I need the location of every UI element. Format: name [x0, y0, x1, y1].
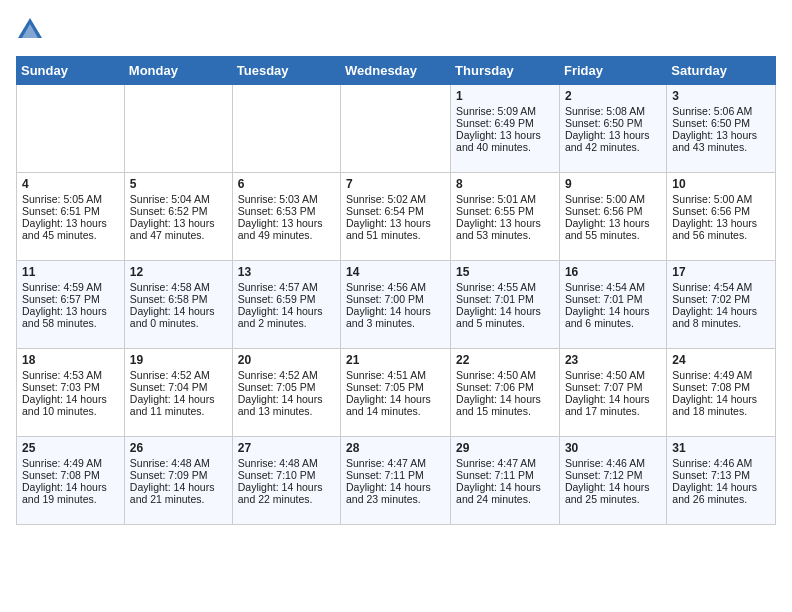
day-number: 4	[22, 177, 119, 191]
sunset-text: Sunset: 6:49 PM	[456, 117, 554, 129]
daylight-text: Daylight: 13 hours and 58 minutes.	[22, 305, 119, 329]
daylight-text: Daylight: 14 hours and 3 minutes.	[346, 305, 445, 329]
sunrise-text: Sunrise: 4:46 AM	[565, 457, 661, 469]
sunset-text: Sunset: 7:03 PM	[22, 381, 119, 393]
daylight-text: Daylight: 14 hours and 26 minutes.	[672, 481, 770, 505]
calendar-cell: 6Sunrise: 5:03 AMSunset: 6:53 PMDaylight…	[232, 173, 340, 261]
sunrise-text: Sunrise: 4:58 AM	[130, 281, 227, 293]
calendar-week-3: 11Sunrise: 4:59 AMSunset: 6:57 PMDayligh…	[17, 261, 776, 349]
calendar-cell: 23Sunrise: 4:50 AMSunset: 7:07 PMDayligh…	[559, 349, 666, 437]
calendar-cell: 31Sunrise: 4:46 AMSunset: 7:13 PMDayligh…	[667, 437, 776, 525]
calendar-cell: 5Sunrise: 5:04 AMSunset: 6:52 PMDaylight…	[124, 173, 232, 261]
daylight-text: Daylight: 14 hours and 19 minutes.	[22, 481, 119, 505]
day-number: 30	[565, 441, 661, 455]
sunrise-text: Sunrise: 4:48 AM	[130, 457, 227, 469]
day-header-friday: Friday	[559, 57, 666, 85]
day-number: 7	[346, 177, 445, 191]
day-number: 14	[346, 265, 445, 279]
day-number: 28	[346, 441, 445, 455]
calendar-cell: 26Sunrise: 4:48 AMSunset: 7:09 PMDayligh…	[124, 437, 232, 525]
calendar-cell: 25Sunrise: 4:49 AMSunset: 7:08 PMDayligh…	[17, 437, 125, 525]
daylight-text: Daylight: 14 hours and 15 minutes.	[456, 393, 554, 417]
sunrise-text: Sunrise: 4:49 AM	[672, 369, 770, 381]
calendar-cell: 11Sunrise: 4:59 AMSunset: 6:57 PMDayligh…	[17, 261, 125, 349]
day-header-saturday: Saturday	[667, 57, 776, 85]
calendar-week-1: 1Sunrise: 5:09 AMSunset: 6:49 PMDaylight…	[17, 85, 776, 173]
calendar-cell	[341, 85, 451, 173]
daylight-text: Daylight: 13 hours and 56 minutes.	[672, 217, 770, 241]
sunset-text: Sunset: 6:56 PM	[565, 205, 661, 217]
daylight-text: Daylight: 14 hours and 24 minutes.	[456, 481, 554, 505]
daylight-text: Daylight: 14 hours and 0 minutes.	[130, 305, 227, 329]
sunset-text: Sunset: 7:10 PM	[238, 469, 335, 481]
calendar-week-4: 18Sunrise: 4:53 AMSunset: 7:03 PMDayligh…	[17, 349, 776, 437]
day-number: 10	[672, 177, 770, 191]
day-number: 16	[565, 265, 661, 279]
daylight-text: Daylight: 13 hours and 45 minutes.	[22, 217, 119, 241]
logo	[16, 16, 48, 44]
sunset-text: Sunset: 7:07 PM	[565, 381, 661, 393]
sunrise-text: Sunrise: 4:53 AM	[22, 369, 119, 381]
sunset-text: Sunset: 6:58 PM	[130, 293, 227, 305]
sunset-text: Sunset: 7:08 PM	[672, 381, 770, 393]
daylight-text: Daylight: 14 hours and 14 minutes.	[346, 393, 445, 417]
sunrise-text: Sunrise: 4:55 AM	[456, 281, 554, 293]
day-number: 9	[565, 177, 661, 191]
daylight-text: Daylight: 13 hours and 42 minutes.	[565, 129, 661, 153]
sunrise-text: Sunrise: 5:04 AM	[130, 193, 227, 205]
calendar-cell: 10Sunrise: 5:00 AMSunset: 6:56 PMDayligh…	[667, 173, 776, 261]
sunrise-text: Sunrise: 4:52 AM	[238, 369, 335, 381]
calendar-cell: 17Sunrise: 4:54 AMSunset: 7:02 PMDayligh…	[667, 261, 776, 349]
calendar-cell: 15Sunrise: 4:55 AMSunset: 7:01 PMDayligh…	[451, 261, 560, 349]
sunrise-text: Sunrise: 5:06 AM	[672, 105, 770, 117]
calendar-cell: 21Sunrise: 4:51 AMSunset: 7:05 PMDayligh…	[341, 349, 451, 437]
calendar-cell: 8Sunrise: 5:01 AMSunset: 6:55 PMDaylight…	[451, 173, 560, 261]
calendar-cell: 19Sunrise: 4:52 AMSunset: 7:04 PMDayligh…	[124, 349, 232, 437]
daylight-text: Daylight: 13 hours and 53 minutes.	[456, 217, 554, 241]
sunset-text: Sunset: 7:11 PM	[456, 469, 554, 481]
sunrise-text: Sunrise: 5:08 AM	[565, 105, 661, 117]
calendar-week-2: 4Sunrise: 5:05 AMSunset: 6:51 PMDaylight…	[17, 173, 776, 261]
calendar-cell: 16Sunrise: 4:54 AMSunset: 7:01 PMDayligh…	[559, 261, 666, 349]
calendar-cell: 2Sunrise: 5:08 AMSunset: 6:50 PMDaylight…	[559, 85, 666, 173]
day-number: 13	[238, 265, 335, 279]
daylight-text: Daylight: 14 hours and 21 minutes.	[130, 481, 227, 505]
sunset-text: Sunset: 7:04 PM	[130, 381, 227, 393]
calendar-cell: 27Sunrise: 4:48 AMSunset: 7:10 PMDayligh…	[232, 437, 340, 525]
day-header-thursday: Thursday	[451, 57, 560, 85]
calendar-cell	[17, 85, 125, 173]
sunrise-text: Sunrise: 4:49 AM	[22, 457, 119, 469]
calendar-cell: 20Sunrise: 4:52 AMSunset: 7:05 PMDayligh…	[232, 349, 340, 437]
sunset-text: Sunset: 6:50 PM	[672, 117, 770, 129]
daylight-text: Daylight: 14 hours and 25 minutes.	[565, 481, 661, 505]
calendar-week-5: 25Sunrise: 4:49 AMSunset: 7:08 PMDayligh…	[17, 437, 776, 525]
daylight-text: Daylight: 13 hours and 47 minutes.	[130, 217, 227, 241]
sunrise-text: Sunrise: 5:00 AM	[565, 193, 661, 205]
sunrise-text: Sunrise: 5:02 AM	[346, 193, 445, 205]
calendar-cell: 18Sunrise: 4:53 AMSunset: 7:03 PMDayligh…	[17, 349, 125, 437]
daylight-text: Daylight: 14 hours and 8 minutes.	[672, 305, 770, 329]
calendar-cell: 13Sunrise: 4:57 AMSunset: 6:59 PMDayligh…	[232, 261, 340, 349]
sunset-text: Sunset: 6:56 PM	[672, 205, 770, 217]
daylight-text: Daylight: 14 hours and 17 minutes.	[565, 393, 661, 417]
daylight-text: Daylight: 13 hours and 40 minutes.	[456, 129, 554, 153]
sunset-text: Sunset: 7:01 PM	[565, 293, 661, 305]
calendar-cell: 9Sunrise: 5:00 AMSunset: 6:56 PMDaylight…	[559, 173, 666, 261]
sunset-text: Sunset: 6:52 PM	[130, 205, 227, 217]
sunrise-text: Sunrise: 5:00 AM	[672, 193, 770, 205]
sunset-text: Sunset: 7:01 PM	[456, 293, 554, 305]
sunset-text: Sunset: 6:50 PM	[565, 117, 661, 129]
day-number: 2	[565, 89, 661, 103]
sunrise-text: Sunrise: 4:48 AM	[238, 457, 335, 469]
sunset-text: Sunset: 7:00 PM	[346, 293, 445, 305]
daylight-text: Daylight: 13 hours and 49 minutes.	[238, 217, 335, 241]
sunrise-text: Sunrise: 4:59 AM	[22, 281, 119, 293]
sunset-text: Sunset: 7:08 PM	[22, 469, 119, 481]
calendar-cell: 14Sunrise: 4:56 AMSunset: 7:00 PMDayligh…	[341, 261, 451, 349]
daylight-text: Daylight: 13 hours and 55 minutes.	[565, 217, 661, 241]
day-header-monday: Monday	[124, 57, 232, 85]
daylight-text: Daylight: 14 hours and 18 minutes.	[672, 393, 770, 417]
sunset-text: Sunset: 7:13 PM	[672, 469, 770, 481]
sunrise-text: Sunrise: 4:56 AM	[346, 281, 445, 293]
calendar-cell: 22Sunrise: 4:50 AMSunset: 7:06 PMDayligh…	[451, 349, 560, 437]
